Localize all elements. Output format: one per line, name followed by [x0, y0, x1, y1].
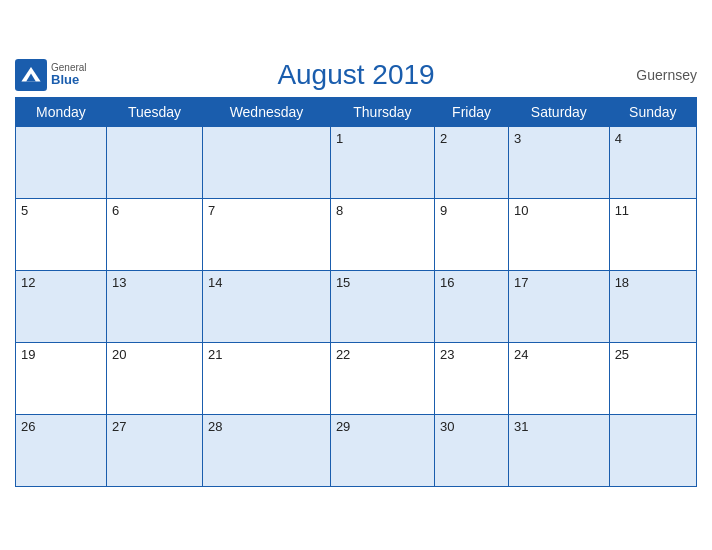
- calendar-cell: 25: [609, 342, 696, 414]
- calendar-title: August 2019: [277, 59, 434, 91]
- day-number: 17: [514, 275, 528, 290]
- day-number: 3: [514, 131, 521, 146]
- header-tuesday: Tuesday: [106, 97, 202, 126]
- day-number: 30: [440, 419, 454, 434]
- calendar-week-row: 19202122232425: [16, 342, 697, 414]
- day-number: 31: [514, 419, 528, 434]
- calendar-cell: [203, 126, 331, 198]
- calendar-cell: 1: [330, 126, 434, 198]
- calendar-cell: 23: [435, 342, 509, 414]
- header-saturday: Saturday: [509, 97, 610, 126]
- day-number: 1: [336, 131, 343, 146]
- day-number: 23: [440, 347, 454, 362]
- day-number: 25: [615, 347, 629, 362]
- calendar-cell: 27: [106, 414, 202, 486]
- calendar-cell: 24: [509, 342, 610, 414]
- calendar-week-row: 567891011: [16, 198, 697, 270]
- day-number: 28: [208, 419, 222, 434]
- calendar-cell: 18: [609, 270, 696, 342]
- day-number: 2: [440, 131, 447, 146]
- calendar-cell: 6: [106, 198, 202, 270]
- calendar-cell: 15: [330, 270, 434, 342]
- region-label: Guernsey: [636, 67, 697, 83]
- day-number: 24: [514, 347, 528, 362]
- calendar-cell: 13: [106, 270, 202, 342]
- calendar-week-row: 12131415161718: [16, 270, 697, 342]
- day-number: 5: [21, 203, 28, 218]
- calendar-cell: 12: [16, 270, 107, 342]
- calendar-cell: 26: [16, 414, 107, 486]
- calendar-cell: 28: [203, 414, 331, 486]
- day-number: 11: [615, 203, 629, 218]
- calendar-cell: 16: [435, 270, 509, 342]
- header-thursday: Thursday: [330, 97, 434, 126]
- calendar-cell: 3: [509, 126, 610, 198]
- calendar-cell: 5: [16, 198, 107, 270]
- logo-blue: Blue: [51, 73, 87, 87]
- day-number: 8: [336, 203, 343, 218]
- weekday-header-row: Monday Tuesday Wednesday Thursday Friday…: [16, 97, 697, 126]
- day-number: 18: [615, 275, 629, 290]
- calendar-cell: 14: [203, 270, 331, 342]
- calendar-cell: 8: [330, 198, 434, 270]
- logo: General Blue: [15, 59, 87, 91]
- calendar-cell: 19: [16, 342, 107, 414]
- day-number: 16: [440, 275, 454, 290]
- calendar-header: General Blue August 2019 Guernsey: [15, 59, 697, 91]
- logo-text: General Blue: [51, 62, 87, 87]
- calendar-cell: 31: [509, 414, 610, 486]
- header-friday: Friday: [435, 97, 509, 126]
- calendar-cell: [106, 126, 202, 198]
- day-number: 7: [208, 203, 215, 218]
- calendar-cell: 30: [435, 414, 509, 486]
- calendar-cell: 17: [509, 270, 610, 342]
- day-number: 27: [112, 419, 126, 434]
- header-wednesday: Wednesday: [203, 97, 331, 126]
- day-number: 10: [514, 203, 528, 218]
- calendar-cell: 21: [203, 342, 331, 414]
- header-sunday: Sunday: [609, 97, 696, 126]
- day-number: 15: [336, 275, 350, 290]
- day-number: 26: [21, 419, 35, 434]
- day-number: 29: [336, 419, 350, 434]
- calendar-cell: 29: [330, 414, 434, 486]
- calendar-cell: 22: [330, 342, 434, 414]
- calendar-cell: 2: [435, 126, 509, 198]
- day-number: 12: [21, 275, 35, 290]
- day-number: 22: [336, 347, 350, 362]
- calendar-week-row: 1234: [16, 126, 697, 198]
- day-number: 21: [208, 347, 222, 362]
- calendar-cell: [16, 126, 107, 198]
- calendar-cell: [609, 414, 696, 486]
- header-monday: Monday: [16, 97, 107, 126]
- calendar-cell: 11: [609, 198, 696, 270]
- calendar-table: Monday Tuesday Wednesday Thursday Friday…: [15, 97, 697, 487]
- day-number: 14: [208, 275, 222, 290]
- day-number: 19: [21, 347, 35, 362]
- calendar-cell: 10: [509, 198, 610, 270]
- calendar-cell: 4: [609, 126, 696, 198]
- calendar-cell: 9: [435, 198, 509, 270]
- calendar-week-row: 262728293031: [16, 414, 697, 486]
- day-number: 20: [112, 347, 126, 362]
- calendar-cell: 20: [106, 342, 202, 414]
- day-number: 4: [615, 131, 622, 146]
- calendar-body: 1234567891011121314151617181920212223242…: [16, 126, 697, 486]
- day-number: 13: [112, 275, 126, 290]
- calendar-container: General Blue August 2019 Guernsey Monday…: [0, 49, 712, 502]
- day-number: 6: [112, 203, 119, 218]
- calendar-cell: 7: [203, 198, 331, 270]
- logo-icon: [15, 59, 47, 91]
- day-number: 9: [440, 203, 447, 218]
